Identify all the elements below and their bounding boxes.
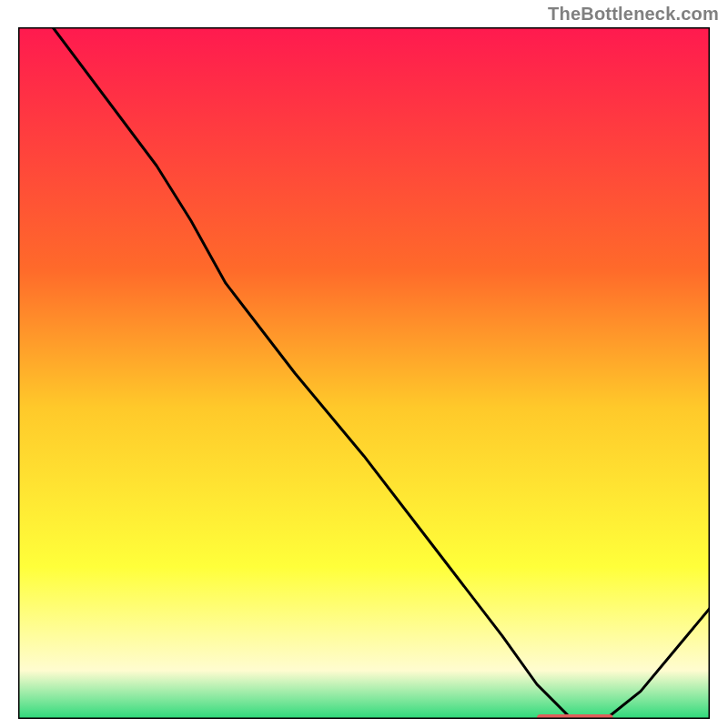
watermark-text: TheBottleneck.com (548, 4, 719, 25)
chart-svg (18, 27, 710, 719)
gradient-background (18, 27, 710, 719)
plot-area (18, 27, 710, 719)
chart-stage: TheBottleneck.com (0, 0, 728, 728)
